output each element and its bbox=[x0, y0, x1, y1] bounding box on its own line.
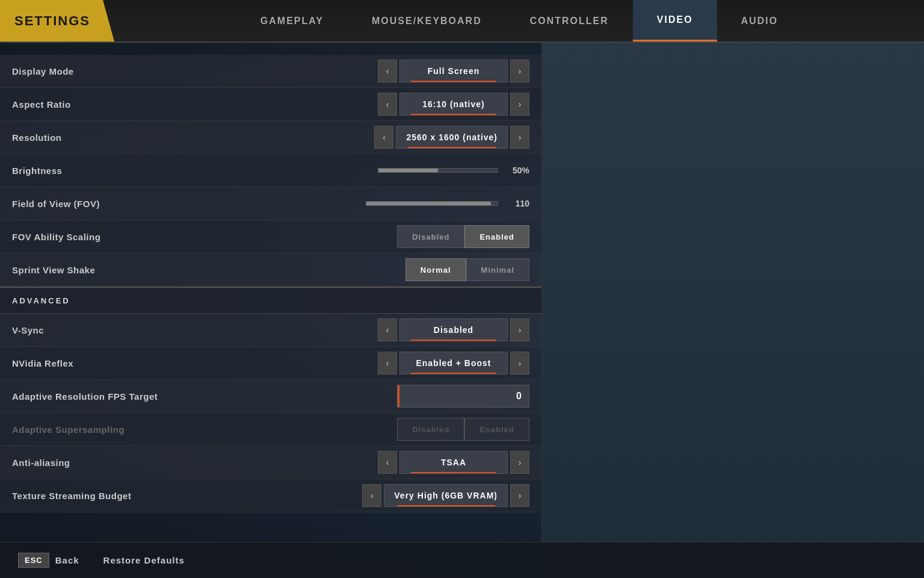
adaptive-res-value: 0 bbox=[398, 391, 529, 402]
setting-row-aspect-ratio: Aspect Ratio ‹ 16:10 (native) › bbox=[0, 88, 541, 121]
back-label: Back bbox=[55, 555, 79, 565]
adaptive-super-control: Disabled Enabled bbox=[397, 418, 529, 441]
resolution-next[interactable]: › bbox=[510, 126, 529, 149]
texture-value: Very High (6GB VRAM) bbox=[384, 484, 508, 507]
fov-control: 110 bbox=[366, 199, 529, 208]
anti-aliasing-next[interactable]: › bbox=[510, 451, 529, 474]
main-content: Display Mode ‹ Full Screen › Aspect Rati… bbox=[0, 43, 924, 578]
fov-scaling-toggle: Disabled Enabled bbox=[397, 225, 529, 248]
restore-defaults-label: Restore Defaults bbox=[103, 555, 185, 565]
fov-scaling-control: Disabled Enabled bbox=[397, 225, 529, 248]
adaptive-super-enabled: Enabled bbox=[464, 418, 529, 441]
sprint-shake-minimal[interactable]: Minimal bbox=[466, 258, 529, 281]
nvidia-reflex-next[interactable]: › bbox=[510, 352, 529, 374]
tab-controller[interactable]: CONTROLLER bbox=[506, 0, 633, 42]
nvidia-reflex-label: NVidia Reflex bbox=[12, 358, 378, 368]
setting-row-adaptive-super: Adaptive Supersampling Disabled Enabled bbox=[0, 413, 541, 446]
resolution-prev[interactable]: ‹ bbox=[374, 126, 393, 149]
tab-gameplay[interactable]: GAMEPLAY bbox=[236, 0, 348, 42]
top-nav: SETTINGS GAMEPLAY MOUSE/KEYBOARD CONTROL… bbox=[0, 0, 924, 43]
setting-row-anti-aliasing: Anti-aliasing ‹ TSAA › bbox=[0, 446, 541, 479]
aspect-ratio-value: 16:10 (native) bbox=[399, 93, 508, 116]
advanced-section-header: ADVANCED bbox=[0, 287, 541, 314]
fov-value: 110 bbox=[505, 199, 529, 208]
texture-control: ‹ Very High (6GB VRAM) › bbox=[362, 484, 529, 507]
setting-row-vsync: V-Sync ‹ Disabled › bbox=[0, 314, 541, 347]
aspect-ratio-control: ‹ 16:10 (native) › bbox=[378, 93, 529, 116]
setting-row-sprint-shake: Sprint View Shake Normal Minimal bbox=[0, 253, 541, 287]
display-mode-prev[interactable]: ‹ bbox=[378, 60, 397, 82]
setting-row-nvidia-reflex: NVidia Reflex ‹ Enabled + Boost › bbox=[0, 347, 541, 380]
resolution-value: 2560 x 1600 (native) bbox=[396, 126, 508, 149]
display-mode-value: Full Screen bbox=[399, 60, 508, 82]
fov-scaling-label: FOV Ability Scaling bbox=[12, 232, 397, 242]
aspect-ratio-next[interactable]: › bbox=[510, 93, 529, 116]
nav-logo: SETTINGS bbox=[0, 0, 114, 42]
texture-prev[interactable]: ‹ bbox=[362, 484, 381, 507]
sprint-shake-toggle: Normal Minimal bbox=[405, 258, 529, 281]
display-mode-label: Display Mode bbox=[12, 66, 378, 76]
setting-row-fov-scaling: FOV Ability Scaling Disabled Enabled bbox=[0, 220, 541, 253]
display-mode-next[interactable]: › bbox=[510, 60, 529, 82]
sprint-shake-label: Sprint View Shake bbox=[12, 265, 405, 275]
vsync-prev[interactable]: ‹ bbox=[378, 319, 397, 341]
setting-row-fov: Field of View (FOV) 110 bbox=[0, 187, 541, 220]
vsync-value: Disabled bbox=[399, 319, 508, 341]
tab-audio[interactable]: AUDIO bbox=[717, 0, 802, 42]
adaptive-res-label: Adaptive Resolution FPS Target bbox=[12, 391, 397, 402]
fov-label: Field of View (FOV) bbox=[12, 199, 366, 209]
fov-scaling-enabled[interactable]: Enabled bbox=[464, 225, 529, 248]
brightness-value: 50% bbox=[505, 166, 529, 175]
setting-row-brightness: Brightness 50% bbox=[0, 154, 541, 187]
vsync-label: V-Sync bbox=[12, 325, 378, 335]
fov-slider-track[interactable] bbox=[366, 201, 498, 206]
setting-row-texture: Texture Streaming Budget ‹ Very High (6G… bbox=[0, 479, 541, 512]
brightness-control: 50% bbox=[378, 166, 529, 175]
nvidia-reflex-prev[interactable]: ‹ bbox=[378, 352, 397, 374]
brightness-label: Brightness bbox=[12, 166, 378, 176]
back-action[interactable]: ESC Back bbox=[18, 553, 79, 568]
brightness-slider-track[interactable] bbox=[378, 168, 498, 173]
setting-row-adaptive-res: Adaptive Resolution FPS Target 0 bbox=[0, 380, 541, 413]
sprint-shake-normal[interactable]: Normal bbox=[405, 258, 466, 281]
adaptive-super-disabled: Disabled bbox=[397, 418, 464, 441]
nvidia-reflex-value: Enabled + Boost bbox=[399, 352, 508, 374]
anti-aliasing-prev[interactable]: ‹ bbox=[378, 451, 397, 474]
resolution-label: Resolution bbox=[12, 132, 374, 143]
vsync-next[interactable]: › bbox=[510, 319, 529, 341]
tab-mouse-keyboard[interactable]: MOUSE/KEYBOARD bbox=[348, 0, 506, 42]
adaptive-res-control: 0 bbox=[397, 385, 529, 408]
adaptive-super-label: Adaptive Supersampling bbox=[12, 424, 397, 435]
advanced-header-text: ADVANCED bbox=[12, 296, 70, 305]
adaptive-res-input-box[interactable]: 0 bbox=[397, 385, 529, 408]
display-mode-control: ‹ Full Screen › bbox=[378, 60, 529, 82]
aspect-ratio-label: Aspect Ratio bbox=[12, 99, 378, 110]
esc-button[interactable]: ESC bbox=[18, 553, 49, 568]
setting-row-display-mode: Display Mode ‹ Full Screen › bbox=[0, 55, 541, 88]
brightness-slider-fill bbox=[378, 169, 438, 172]
settings-panel: Display Mode ‹ Full Screen › Aspect Rati… bbox=[0, 43, 541, 578]
bottom-bar: ESC Back Restore Defaults bbox=[0, 542, 924, 578]
tab-video[interactable]: VIDEO bbox=[633, 0, 717, 42]
fov-slider-fill bbox=[366, 202, 491, 205]
sprint-shake-control: Normal Minimal bbox=[405, 258, 529, 281]
nvidia-reflex-control: ‹ Enabled + Boost › bbox=[378, 352, 529, 374]
restore-defaults-action[interactable]: Restore Defaults bbox=[103, 555, 185, 565]
texture-label: Texture Streaming Budget bbox=[12, 491, 362, 501]
resolution-control: ‹ 2560 x 1600 (native) › bbox=[374, 126, 529, 149]
anti-aliasing-control: ‹ TSAA › bbox=[378, 451, 529, 474]
vsync-control: ‹ Disabled › bbox=[378, 319, 529, 341]
fov-scaling-disabled[interactable]: Disabled bbox=[397, 225, 464, 248]
setting-row-resolution: Resolution ‹ 2560 x 1600 (native) › bbox=[0, 121, 541, 154]
right-area bbox=[541, 43, 924, 578]
fps-input-cursor bbox=[398, 385, 399, 407]
anti-aliasing-value: TSAA bbox=[399, 451, 508, 474]
nav-tabs: GAMEPLAY MOUSE/KEYBOARD CONTROLLER VIDEO… bbox=[114, 0, 924, 42]
aspect-ratio-prev[interactable]: ‹ bbox=[378, 93, 397, 116]
logo-text: SETTINGS bbox=[14, 13, 90, 29]
anti-aliasing-label: Anti-aliasing bbox=[12, 458, 378, 468]
texture-next[interactable]: › bbox=[510, 484, 529, 507]
adaptive-super-toggle: Disabled Enabled bbox=[397, 418, 529, 441]
